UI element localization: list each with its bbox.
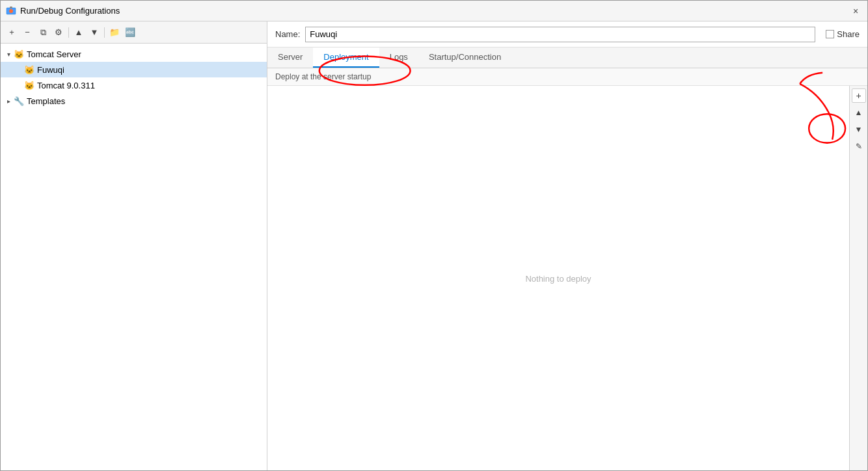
tomcat-server-label: Tomcat Server xyxy=(27,49,81,59)
expand-arrow-tomcat: ▾ xyxy=(3,49,14,59)
tab-server[interactable]: Server xyxy=(267,47,313,68)
content-area: + − ⧉ ⚙ ▲ ▼ 📁 🔤 ▾ 🐱 Tomcat Server xyxy=(1,21,867,470)
right-panel: Name: Share Server Deployment Logs xyxy=(267,21,867,470)
window-title: Run/Debug Configurations xyxy=(20,6,849,16)
deploy-header: Deploy at the server startup xyxy=(267,68,867,86)
separator-1 xyxy=(68,27,69,38)
sort-button[interactable]: 🔤 xyxy=(123,25,137,40)
close-button[interactable]: × xyxy=(849,5,862,18)
left-panel: + − ⧉ ⚙ ▲ ▼ 📁 🔤 ▾ 🐱 Tomcat Server xyxy=(1,21,267,470)
folder-button[interactable]: 📁 xyxy=(107,25,122,40)
main-window: Run/Debug Configurations × + − ⧉ ⚙ ▲ ▼ 📁… xyxy=(0,0,868,471)
deployment-panel: Deploy at the server startup Nothing to … xyxy=(267,68,867,470)
name-input[interactable] xyxy=(305,27,815,42)
templates-label: Templates xyxy=(27,96,65,106)
tab-deployment[interactable]: Deployment xyxy=(313,47,379,68)
share-label: Share xyxy=(837,29,860,39)
wrench-icon: 🔧 xyxy=(14,96,24,106)
share-area: Share xyxy=(826,29,860,39)
deploy-add-button[interactable]: + xyxy=(852,88,866,103)
svg-point-1 xyxy=(9,9,13,13)
tomcat9-icon: 🐱 xyxy=(24,80,34,90)
deploy-down-button[interactable]: ▼ xyxy=(852,122,866,137)
deploy-up-button[interactable]: ▲ xyxy=(852,105,866,120)
tomcat-icon: 🐱 xyxy=(14,49,24,59)
toolbar: + − ⧉ ⚙ ▲ ▼ 📁 🔤 xyxy=(1,21,267,44)
separator-2 xyxy=(104,27,105,38)
expand-arrow-templates: ▸ xyxy=(3,96,14,106)
settings-button[interactable]: ⚙ xyxy=(51,25,66,40)
name-row: Name: Share xyxy=(267,21,867,47)
title-bar: Run/Debug Configurations × xyxy=(1,1,867,21)
move-up-button[interactable]: ▲ xyxy=(72,25,86,40)
tab-startup-connection[interactable]: Startup/Connection xyxy=(418,47,511,68)
svg-rect-2 xyxy=(10,7,12,8)
tree-item-templates[interactable]: ▸ 🔧 Templates xyxy=(1,93,267,109)
deploy-edit-button[interactable]: ✎ xyxy=(852,139,866,154)
move-down-button[interactable]: ▼ xyxy=(87,25,102,40)
remove-config-button[interactable]: − xyxy=(20,25,34,40)
config-tree: ▾ 🐱 Tomcat Server ▸ 🐱 Fuwuqi ▸ 🐱 Tomcat … xyxy=(1,44,267,470)
tomcat9-label: Tomcat 9.0.311 xyxy=(37,81,95,90)
fuwuqi-label: Fuwuqi xyxy=(37,65,64,75)
share-checkbox[interactable] xyxy=(826,30,834,38)
tree-item-fuwuqi[interactable]: ▸ 🐱 Fuwuqi xyxy=(1,62,267,77)
deploy-list: Nothing to deploy xyxy=(267,86,849,470)
tree-item-tomcat-server[interactable]: ▾ 🐱 Tomcat Server xyxy=(1,46,267,62)
tree-item-tomcat-9[interactable]: ▸ 🐱 Tomcat 9.0.311 xyxy=(1,77,267,93)
copy-config-button[interactable]: ⧉ xyxy=(36,25,50,40)
app-icon xyxy=(6,6,16,16)
name-label: Name: xyxy=(275,29,300,39)
add-config-button[interactable]: + xyxy=(5,25,19,40)
tab-logs[interactable]: Logs xyxy=(379,47,418,68)
tabs-bar: Server Deployment Logs Startup/Connectio… xyxy=(267,47,867,68)
nothing-to-deploy-label: Nothing to deploy xyxy=(525,273,591,283)
fuwuqi-icon: 🐱 xyxy=(24,64,34,75)
deploy-sidebar: + ▲ ▼ ✎ xyxy=(849,86,867,470)
deploy-body: Nothing to deploy + ▲ ▼ ✎ xyxy=(267,86,867,470)
